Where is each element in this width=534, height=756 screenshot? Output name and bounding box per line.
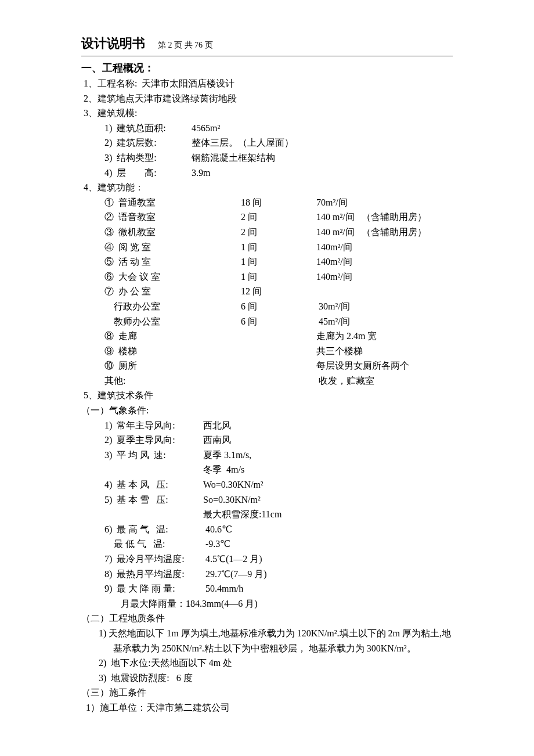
subsection-5-1: （一）气象条件: bbox=[81, 403, 453, 418]
item-1: 1、工程名称: 天津市太阳酒店楼设计 bbox=[81, 76, 453, 91]
label: 1) 常年主导风向: bbox=[104, 418, 203, 433]
func-row: ⑥ 大会 议 室1 间140m²/间 bbox=[81, 269, 453, 285]
value: 整体三层。（上人屋面） bbox=[192, 135, 453, 150]
label: 行政办公室 bbox=[104, 299, 241, 314]
subsection-5-2: （二）工程地质条件 bbox=[81, 611, 453, 626]
document-page: 设计说明书 第 2 页 共 76 页 一、工程概况： 1、工程名称: 天津市太阳… bbox=[0, 0, 534, 750]
qty bbox=[241, 373, 316, 388]
header-pageinfo: 第 2 页 共 76 页 bbox=[158, 41, 213, 49]
value: 冬季 4m/s bbox=[203, 462, 453, 477]
value: 最大积雪深度:11cm bbox=[203, 507, 453, 522]
qty: 1 间 bbox=[241, 269, 316, 285]
weather-row: 冬季 4m/s bbox=[81, 462, 453, 477]
func-row: ⑦ 办 公 室12 间 bbox=[81, 284, 453, 299]
label: ⑥ 大会 议 室 bbox=[104, 269, 241, 285]
value: So=0.30KN/m² bbox=[203, 492, 453, 507]
func-row: ⑩ 厕所每层设男女厕所各两个 bbox=[81, 358, 453, 373]
qty bbox=[241, 329, 316, 344]
label: ⑤ 活 动 室 bbox=[104, 254, 241, 269]
weather-row: 4) 基 本 风 压:Wo=0.30KN/m² bbox=[81, 477, 453, 492]
weather-row: 最大积雪深度:11cm bbox=[81, 507, 453, 522]
note: 140 m²/间 （含辅助用房） bbox=[316, 210, 453, 225]
label: ⑨ 楼梯 bbox=[104, 344, 241, 359]
item-4: 4、建筑功能： bbox=[81, 180, 453, 195]
label: ① 普通教室 bbox=[104, 195, 241, 210]
qty bbox=[241, 344, 316, 359]
weather-row: 8) 最热月平均温度: 29.7℃(7—9 月) bbox=[81, 567, 453, 582]
subsection-5-3: （三）施工条件 bbox=[81, 685, 453, 700]
qty: 2 间 bbox=[241, 225, 316, 240]
item-5: 5、建筑技术条件 bbox=[81, 388, 453, 403]
label bbox=[104, 462, 203, 477]
value: -9.3℃ bbox=[203, 537, 453, 552]
note: 140m²/间 bbox=[316, 254, 453, 269]
scale-row-4: 4) 层 高: 3.9m bbox=[81, 165, 453, 181]
label: 3) 结构类型: bbox=[104, 150, 192, 165]
label: ⑩ 厕所 bbox=[104, 358, 241, 373]
value: Wo=0.30KN/m² bbox=[203, 477, 453, 492]
func-row: 行政办公室6 间 30m²/间 bbox=[81, 299, 453, 314]
note: 每层设男女厕所各两个 bbox=[316, 358, 453, 373]
value: 3.9m bbox=[192, 165, 453, 181]
label: 9) 最 大 降 雨 量: bbox=[104, 581, 203, 596]
note bbox=[316, 284, 453, 299]
geo-row-3: 3) 地震设防烈度: 6 度 bbox=[81, 671, 453, 686]
func-row: ① 普通教室18 间70m²/间 bbox=[81, 195, 453, 210]
note: 30m²/间 bbox=[316, 299, 453, 314]
label: 2) 夏季主导风向: bbox=[104, 433, 203, 448]
func-row: ② 语音教室2 间140 m²/间 （含辅助用房） bbox=[81, 210, 453, 225]
page-header: 设计说明书 第 2 页 共 76 页 bbox=[81, 35, 453, 56]
value: 西北风 bbox=[203, 418, 453, 433]
label: ② 语音教室 bbox=[104, 210, 241, 225]
func-row: ④ 阅 览 室1 间140m²/间 bbox=[81, 240, 453, 255]
note: 收发，贮藏室 bbox=[316, 373, 453, 388]
label: ④ 阅 览 室 bbox=[104, 240, 241, 255]
note: 140 m²/间 （含辅助用房） bbox=[316, 225, 453, 240]
label: 8) 最热月平均温度: bbox=[104, 567, 203, 582]
qty: 18 间 bbox=[241, 195, 316, 210]
label: 2) 建筑层数: bbox=[104, 135, 192, 150]
label: 3) 平 均 风 速: bbox=[104, 448, 203, 463]
label: 5) 基 本 雪 压: bbox=[104, 492, 203, 507]
label: 1) 建筑总面积: bbox=[104, 121, 192, 136]
weather-row: 6) 最 高 气 温: 40.6℃ bbox=[81, 522, 453, 537]
note: 70m²/间 bbox=[316, 195, 453, 210]
section-1-title: 一、工程概况： bbox=[81, 61, 453, 75]
geo-row-2: 2) 地下水位:天然地面以下 4m 处 bbox=[81, 656, 453, 671]
label: 7) 最冷月平均温度: bbox=[104, 552, 203, 567]
label: 其他: bbox=[104, 373, 241, 388]
scale-row-1: 1) 建筑总面积: 4565m² bbox=[81, 121, 453, 136]
weather-row: 最 低 气 温: -9.3℃ bbox=[81, 537, 453, 552]
qty bbox=[241, 358, 316, 373]
weather-row: 9) 最 大 降 雨 量: 50.4mm/h bbox=[81, 581, 453, 596]
func-row: ⑨ 楼梯共三个楼梯 bbox=[81, 344, 453, 359]
value: 钢筋混凝土框架结构 bbox=[192, 150, 453, 165]
qty: 1 间 bbox=[241, 254, 316, 269]
label: ⑦ 办 公 室 bbox=[104, 284, 241, 299]
label: 教师办公室 bbox=[104, 314, 241, 329]
label: 6) 最 高 气 温: bbox=[104, 522, 203, 537]
value: 4565m² bbox=[192, 121, 453, 136]
weather-row: 5) 基 本 雪 压:So=0.30KN/m² bbox=[81, 492, 453, 507]
scale-row-2: 2) 建筑层数: 整体三层。（上人屋面） bbox=[81, 135, 453, 150]
geo-row-1: 1) 天然地面以下 1m 厚为填土,地基标准承载力为 120KN/m².填土以下… bbox=[81, 626, 453, 656]
value: 夏季 3.1m/s, bbox=[203, 448, 453, 463]
func-row: ⑧ 走廊走廊为 2.4m 宽 bbox=[81, 329, 453, 344]
value: 西南风 bbox=[203, 433, 453, 448]
note: 走廊为 2.4m 宽 bbox=[316, 329, 453, 344]
qty: 2 间 bbox=[241, 210, 316, 225]
construction-row-1: 1）施工单位：天津市第二建筑公司 bbox=[81, 700, 453, 715]
value: 40.6℃ bbox=[203, 522, 453, 537]
scale-row-3: 3) 结构类型: 钢筋混凝土框架结构 bbox=[81, 150, 453, 165]
value: 50.4mm/h bbox=[203, 581, 453, 596]
header-title: 设计说明书 bbox=[81, 36, 145, 51]
qty: 1 间 bbox=[241, 240, 316, 255]
weather-row: 1) 常年主导风向:西北风 bbox=[81, 418, 453, 433]
note: 140m²/间 bbox=[316, 240, 453, 255]
label: 最 低 气 温: bbox=[104, 537, 203, 552]
weather-row: 2) 夏季主导风向:西南风 bbox=[81, 433, 453, 448]
label: ⑧ 走廊 bbox=[104, 329, 241, 344]
weather-row: 月最大降雨量：184.3mm(4—6 月) bbox=[81, 596, 453, 611]
value: 29.7℃(7—9 月) bbox=[203, 567, 453, 582]
item-3: 3、建筑规模: bbox=[81, 106, 453, 121]
